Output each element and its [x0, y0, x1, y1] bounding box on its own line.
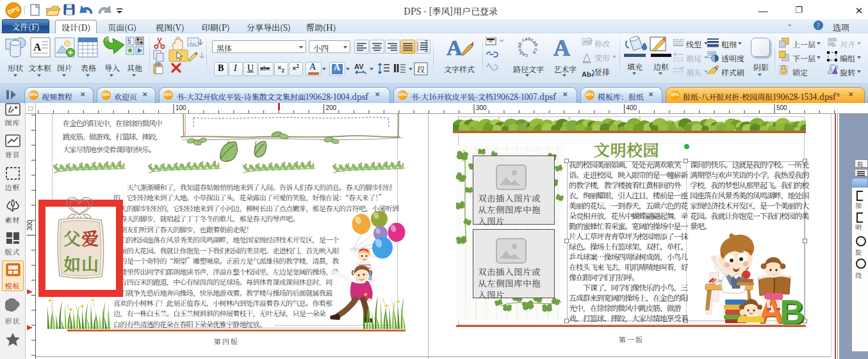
svg-text:300: 300: [476, 104, 487, 111]
svg-text:5: 5: [127, 38, 131, 45]
svg-text:A: A: [446, 36, 463, 59]
svg-text:明: 明: [855, 222, 862, 232]
svg-text:200: 200: [326, 104, 337, 111]
svg-text:加: 加: [855, 200, 862, 210]
svg-text:300: 300: [26, 219, 33, 230]
svg-text:400: 400: [626, 104, 637, 111]
svg-text:Ab: Ab: [582, 70, 591, 77]
svg-text:AV: AV: [354, 63, 364, 70]
svg-text:B: B: [780, 292, 805, 324]
svg-text:绕: 绕: [855, 270, 862, 280]
svg-text:cabcab cabcab ca: cabcab cabcab ca: [516, 36, 539, 59]
svg-text:100: 100: [176, 104, 186, 111]
svg-text:500: 500: [776, 104, 787, 111]
svg-text:段: 段: [417, 63, 425, 74]
svg-text:旋: 旋: [855, 247, 862, 257]
svg-text:A: A: [33, 41, 42, 53]
svg-text:A: A: [553, 36, 570, 60]
